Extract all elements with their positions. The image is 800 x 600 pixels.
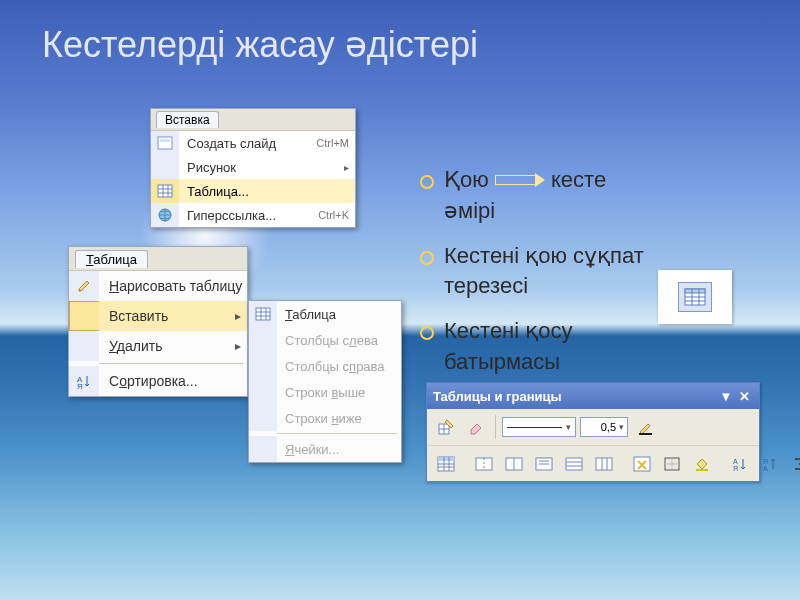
svg-text:А: А: [763, 465, 768, 472]
menu-item-new-slide[interactable]: Создать слайд Ctrl+M: [151, 131, 355, 155]
distribute-rows-button[interactable]: [561, 451, 587, 477]
table-menu-header[interactable]: Таблица: [69, 247, 247, 271]
new-slide-icon: [151, 131, 179, 155]
close-icon[interactable]: ✕: [735, 389, 753, 404]
insert-table-button[interactable]: [678, 282, 712, 312]
svg-rect-10: [256, 308, 270, 320]
svg-text:Я: Я: [763, 458, 768, 465]
menu-item-label: Сортировка...: [99, 373, 247, 389]
svg-text:Я: Я: [77, 382, 83, 389]
insert-menu-header[interactable]: Вставка: [151, 109, 355, 131]
submenu-item-rows-below: Строки ниже: [249, 405, 401, 431]
insert-table-button[interactable]: [433, 451, 459, 477]
eraser-button[interactable]: [463, 414, 489, 440]
toolbar-separator: [495, 415, 496, 439]
blank-icon: [249, 405, 277, 431]
submenu-item-label: Таблица: [277, 307, 401, 322]
sort-asc-button[interactable]: АЯ: [727, 451, 753, 477]
submenu-item-label: Столбцы справа: [277, 359, 401, 374]
line-style-select[interactable]: ▾: [502, 417, 576, 437]
table-menu: Таблица Нарисовать таблицу Вставить Удал…: [68, 246, 248, 397]
submenu-item-cells: Ячейки...: [249, 436, 401, 462]
insert-menu: Вставка Создать слайд Ctrl+M Рисунок Таб…: [150, 108, 356, 228]
blank-icon: [69, 331, 99, 361]
insert-menu-tab-label: Вставка: [156, 111, 219, 128]
menu-item-label: Таблица...: [179, 184, 349, 199]
toolbar-titlebar[interactable]: Таблицы и границы ▼ ✕: [427, 383, 759, 409]
border-button[interactable]: [659, 451, 685, 477]
svg-rect-38: [566, 458, 582, 470]
distribute-cols-button[interactable]: [591, 451, 617, 477]
menu-separator: [99, 363, 243, 364]
svg-rect-41: [596, 458, 612, 470]
svg-rect-1: [160, 139, 170, 142]
blank-icon: [249, 353, 277, 379]
merge-cells-button[interactable]: [471, 451, 497, 477]
svg-text:Я: Я: [733, 465, 738, 472]
bullet-item: Кестені қосу батырмасы: [420, 316, 650, 378]
svg-rect-2: [158, 185, 172, 197]
svg-rect-16: [685, 289, 705, 293]
submenu-item-label: Строки выше: [277, 385, 401, 400]
toolbar-row-2: АЯ ЯА: [427, 445, 759, 481]
table-button-card: [658, 270, 732, 324]
submenu-item-label: Строки ниже: [277, 411, 401, 426]
menu-item-table[interactable]: Таблица...: [151, 179, 355, 203]
submenu-item-label: Столбцы слева: [277, 333, 401, 348]
svg-rect-24: [639, 433, 652, 435]
page-title: Кестелерді жасау әдістері: [42, 24, 478, 66]
table-icon: [249, 301, 277, 327]
menu-item-label: Удалить: [99, 338, 235, 354]
blank-icon: [69, 301, 99, 331]
toolbar-title: Таблицы и границы: [433, 389, 717, 404]
blank-icon: [249, 327, 277, 353]
menu-item-label: Создать слайд: [179, 136, 316, 151]
menu-item-draw-table[interactable]: Нарисовать таблицу: [69, 271, 247, 301]
pencil-icon: [69, 271, 99, 301]
bullet-item: Қою кесте әмірі: [420, 165, 650, 227]
menu-item-label: Нарисовать таблицу: [99, 278, 247, 294]
table-menu-tab-label: Таблица: [75, 250, 148, 268]
sort-icon: АЯ: [69, 366, 99, 396]
draw-table-button[interactable]: [433, 414, 459, 440]
hyperlink-icon: [151, 203, 179, 227]
menu-item-shortcut: Ctrl+K: [318, 209, 349, 221]
menu-item-label: Гиперссылка...: [179, 208, 318, 223]
autoformat-button[interactable]: [629, 451, 655, 477]
autosum-button[interactable]: [787, 451, 800, 477]
menu-item-hyperlink[interactable]: Гиперссылка... Ctrl+K: [151, 203, 355, 227]
line-width-select[interactable]: 0,5▾: [580, 417, 628, 437]
table-grid-icon: [684, 288, 706, 306]
svg-rect-0: [158, 137, 172, 149]
toolbar-options-icon[interactable]: ▼: [717, 389, 735, 404]
fill-color-button[interactable]: [689, 451, 715, 477]
blank-icon: [249, 436, 277, 462]
insert-submenu: Таблица Столбцы слева Столбцы справа Стр…: [248, 300, 402, 463]
bullet-item: Кестені қою сұқпат терезесі: [420, 241, 650, 303]
sort-desc-button[interactable]: ЯА: [757, 451, 783, 477]
align-button[interactable]: [531, 451, 557, 477]
menu-item-delete[interactable]: Удалить: [69, 331, 247, 361]
menu-item-label: Рисунок: [179, 160, 340, 175]
menu-item-shortcut: Ctrl+M: [316, 137, 349, 149]
svg-text:А: А: [733, 458, 738, 465]
submenu-item-table[interactable]: Таблица: [249, 301, 401, 327]
tables-borders-toolbar: Таблицы и границы ▼ ✕ ▾ 0,5▾: [426, 382, 760, 482]
submenu-separator: [277, 433, 397, 434]
submenu-item-cols-left: Столбцы слева: [249, 327, 401, 353]
menu-item-label: Вставить: [99, 308, 235, 324]
blank-icon: [151, 155, 179, 179]
menu-item-insert[interactable]: Вставить: [69, 301, 247, 331]
menu-item-picture[interactable]: Рисунок: [151, 155, 355, 179]
blank-icon: [249, 379, 277, 405]
submenu-item-rows-above: Строки выше: [249, 379, 401, 405]
border-color-button[interactable]: [632, 414, 658, 440]
line-width-value: 0,5: [601, 421, 616, 433]
split-cells-button[interactable]: [501, 451, 527, 477]
menu-item-sort[interactable]: АЯ Сортировка...: [69, 366, 247, 396]
submenu-item-cols-right: Столбцы справа: [249, 353, 401, 379]
svg-rect-48: [696, 469, 708, 471]
arrow-icon: [495, 175, 545, 185]
table-icon: [151, 179, 179, 203]
submenu-item-label: Ячейки...: [277, 442, 401, 457]
